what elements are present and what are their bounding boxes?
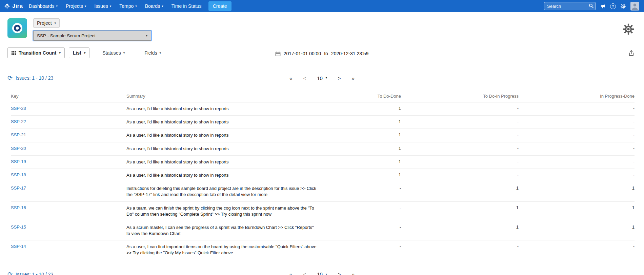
table-row: SSP-20As a user, I'd like a historical s… bbox=[11, 142, 635, 155]
navbar-menus: Dashboards▾Projects▾Issues▾Tempo▾Boards▾… bbox=[29, 3, 202, 9]
pagination-next-button[interactable]: > bbox=[338, 75, 341, 81]
help-icon[interactable]: ? bbox=[610, 3, 616, 9]
inprogress-done-value: - bbox=[519, 240, 635, 260]
issue-summary: As a user, I'd like a historical story t… bbox=[126, 172, 318, 178]
search-box bbox=[544, 2, 596, 10]
todo-done-value: 1 bbox=[330, 155, 401, 169]
issue-key-link[interactable]: SSP-17 bbox=[11, 185, 26, 191]
date-range: 2017-01-01 00:00 to 2020-12-31 23:59 bbox=[276, 51, 369, 56]
pagination-next-button[interactable]: > bbox=[338, 271, 341, 275]
bottom-bar: ⟳ Issues: 1 - 10 / 23 « < 10 ▾ > » Repor… bbox=[0, 270, 644, 275]
issue-summary: As a user, I'd like a historical story t… bbox=[126, 106, 318, 112]
issue-summary: As a user, I'd like a historical story t… bbox=[126, 119, 318, 125]
project-type-dropdown[interactable]: Project ▾ bbox=[33, 18, 60, 28]
issues-count-label: Issues: 1 - 10 / 23 bbox=[16, 272, 53, 275]
issue-key-link[interactable]: SSP-14 bbox=[11, 244, 26, 249]
chevron-down-icon: ▾ bbox=[160, 52, 161, 55]
todo-inprogress-value: 1 bbox=[401, 201, 519, 221]
chevron-down-icon: ▾ bbox=[326, 77, 327, 79]
admin-gear-icon[interactable] bbox=[620, 3, 626, 9]
issue-key-link[interactable]: SSP-19 bbox=[11, 159, 26, 164]
issue-key-link[interactable]: SSP-21 bbox=[11, 132, 26, 137]
search-input[interactable] bbox=[544, 2, 596, 10]
fields-dropdown[interactable]: Fields ▾ bbox=[144, 50, 161, 56]
statuses-dropdown[interactable]: Statuses ▾ bbox=[102, 50, 125, 56]
settings-gear-icon[interactable] bbox=[622, 23, 635, 41]
table-row: SSP-16As a team, we can finish the sprin… bbox=[11, 201, 635, 221]
project-type-label: Project bbox=[37, 20, 52, 26]
announcement-icon[interactable] bbox=[600, 3, 606, 9]
page-size-dropdown[interactable]: 10 ▾ bbox=[317, 75, 327, 81]
issue-key-link[interactable]: SSP-23 bbox=[11, 106, 26, 111]
date-from[interactable]: 2017-01-01 00:00 bbox=[284, 51, 321, 56]
table-row: SSP-18As a user, I'd like a historical s… bbox=[11, 169, 635, 182]
todo-done-value: 1 bbox=[330, 142, 401, 155]
refresh-icon[interactable]: ⟳ bbox=[7, 271, 13, 275]
issues-bar-bottom: ⟳ Issues: 1 - 10 / 23 « < 10 ▾ > » bbox=[0, 270, 644, 275]
table-header-row: Key Summary To Do-Done To Do-In Progress… bbox=[11, 92, 635, 102]
create-button[interactable]: Create bbox=[208, 1, 232, 11]
navbar-right: ? bbox=[544, 2, 639, 11]
nav-menu-issues[interactable]: Issues▾ bbox=[94, 3, 111, 9]
column-header-todo-done[interactable]: To Do-Done bbox=[330, 92, 401, 102]
issue-summary: As a scrum master, I can see the progres… bbox=[126, 224, 318, 237]
jira-logo-icon bbox=[4, 3, 10, 9]
inprogress-done-value: 1 bbox=[519, 221, 635, 240]
search-icon[interactable] bbox=[589, 3, 594, 8]
column-header-summary[interactable]: Summary bbox=[126, 92, 330, 102]
todo-inprogress-value: - bbox=[401, 129, 519, 142]
issue-summary: As a user, I'd like a historical story t… bbox=[126, 132, 318, 138]
inprogress-done-value: - bbox=[519, 155, 635, 169]
toolbar: Transition Count ▾ List ▾ Statuses ▾ Fie… bbox=[0, 44, 644, 64]
pagination-prev-button[interactable]: < bbox=[303, 271, 306, 275]
chevron-down-icon: ▾ bbox=[110, 5, 112, 8]
nav-menu-boards[interactable]: Boards▾ bbox=[145, 3, 163, 9]
todo-inprogress-value: - bbox=[401, 169, 519, 182]
column-header-inprogress-done[interactable]: In Progress-Done bbox=[519, 92, 635, 102]
nav-menu-projects[interactable]: Projects▾ bbox=[66, 3, 86, 9]
issue-summary: Instructions for deleting this sample bo… bbox=[126, 185, 318, 198]
pagination-first-button[interactable]: « bbox=[289, 75, 292, 81]
pagination-last-button[interactable]: » bbox=[352, 271, 355, 275]
page-size-value: 10 bbox=[317, 75, 323, 81]
page-size-dropdown[interactable]: 10 ▾ bbox=[317, 271, 327, 275]
nav-menu-label: Dashboards bbox=[29, 3, 55, 9]
pagination-bottom: « < 10 ▾ > » bbox=[289, 271, 355, 275]
date-to[interactable]: 2020-12-31 23:59 bbox=[331, 51, 369, 56]
nav-menu-time-in-status[interactable]: Time in Status bbox=[172, 3, 202, 9]
table-row: SSP-19As a user, I'd like a historical s… bbox=[11, 155, 635, 169]
export-icon[interactable] bbox=[628, 50, 635, 56]
view-label: List bbox=[73, 50, 81, 56]
pagination-prev-button[interactable]: < bbox=[303, 75, 306, 81]
date-separator: to bbox=[324, 51, 328, 56]
fields-label: Fields bbox=[144, 50, 157, 56]
refresh-icon[interactable]: ⟳ bbox=[7, 75, 13, 81]
issue-key-link[interactable]: SSP-15 bbox=[11, 224, 26, 230]
transition-count-dropdown[interactable]: Transition Count ▾ bbox=[7, 47, 65, 58]
inprogress-done-value: - bbox=[519, 102, 635, 116]
nav-menu-tempo[interactable]: Tempo▾ bbox=[119, 3, 137, 9]
issue-key-link[interactable]: SSP-22 bbox=[11, 119, 26, 124]
nav-menu-dashboards[interactable]: Dashboards▾ bbox=[29, 3, 58, 9]
calendar-icon[interactable] bbox=[276, 51, 281, 56]
user-avatar[interactable] bbox=[630, 2, 639, 11]
pagination-first-button[interactable]: « bbox=[289, 271, 292, 275]
issue-table-body: SSP-23As a user, I'd like a historical s… bbox=[11, 102, 635, 260]
project-select[interactable]: SSP - Sample Scrum Project ▾ bbox=[33, 31, 151, 41]
issue-key-link[interactable]: SSP-20 bbox=[11, 146, 26, 151]
column-header-todo-inprogress[interactable]: To Do-In Progress bbox=[401, 92, 519, 102]
column-header-key[interactable]: Key bbox=[11, 92, 126, 102]
nav-menu-label: Tempo bbox=[119, 3, 134, 9]
issue-key-link[interactable]: SSP-16 bbox=[11, 205, 26, 210]
pagination-last-button[interactable]: » bbox=[352, 75, 355, 81]
todo-inprogress-value: - bbox=[401, 142, 519, 155]
todo-inprogress-value: 1 bbox=[401, 182, 519, 201]
chevron-down-icon: ▾ bbox=[326, 273, 327, 275]
nav-menu-label: Issues bbox=[94, 3, 108, 9]
view-dropdown[interactable]: List ▾ bbox=[69, 47, 89, 58]
inprogress-done-value: 1 bbox=[519, 201, 635, 221]
issues-count-label: Issues: 1 - 10 / 23 bbox=[16, 75, 53, 81]
jira-logo[interactable]: Jira bbox=[4, 3, 23, 9]
issue-key-link[interactable]: SSP-18 bbox=[11, 172, 26, 177]
table-row: SSP-21As a user, I'd like a historical s… bbox=[11, 129, 635, 142]
